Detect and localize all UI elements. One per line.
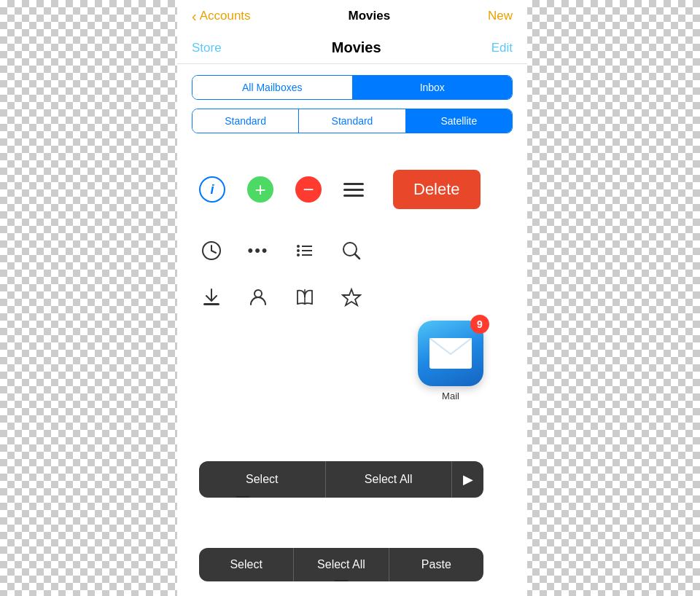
tooltip-1-arrow	[236, 496, 250, 498]
svg-point-5	[297, 249, 300, 252]
segment-standard-2[interactable]: Standard	[298, 109, 405, 133]
top-nav-bar: ‹ Accounts Movies New	[177, 0, 527, 32]
context-menu-2: Select Select All Paste	[199, 548, 483, 581]
svg-rect-11	[203, 303, 219, 305]
icon-row-3	[192, 285, 513, 310]
secondary-title: Movies	[332, 39, 381, 56]
page-title: Movies	[348, 9, 390, 23]
tooltip2-paste-button[interactable]: Paste	[389, 548, 483, 581]
segment-standard-1[interactable]: Standard	[192, 109, 298, 133]
ellipsis-icon[interactable]: •••	[246, 238, 271, 263]
download-icon[interactable]	[199, 285, 224, 310]
add-icon[interactable]: +	[247, 176, 273, 203]
back-chevron-icon: ‹	[192, 8, 197, 25]
view-segment: Standard Standard Satellite	[192, 109, 513, 133]
back-label: Accounts	[200, 9, 251, 23]
new-button[interactable]: New	[488, 9, 513, 23]
svg-point-13	[254, 290, 262, 297]
tooltip-arrow-button[interactable]: ▶	[451, 461, 483, 498]
delete-button[interactable]: Delete	[393, 170, 481, 209]
tooltip2-select-button[interactable]: Select	[199, 548, 293, 581]
mail-app-container: 9 Mail	[418, 321, 483, 401]
tooltip-2-arrow	[334, 580, 349, 581]
mailbox-segment: All Mailboxes Inbox	[192, 75, 513, 100]
segment-controls: All Mailboxes Inbox Standard Standard Sa…	[177, 64, 527, 148]
tooltip-1-items: Select Select All ▶	[199, 461, 483, 498]
back-button[interactable]: ‹ Accounts	[192, 8, 251, 25]
clock-icon[interactable]	[199, 238, 224, 263]
segment-satellite[interactable]: Satellite	[405, 109, 512, 133]
menu-icon[interactable]	[343, 183, 364, 197]
info-icon[interactable]: i	[199, 176, 225, 203]
svg-line-10	[355, 254, 359, 259]
star-icon[interactable]	[339, 285, 364, 310]
book-icon[interactable]	[292, 285, 317, 310]
segment-all-mailboxes[interactable]: All Mailboxes	[192, 76, 352, 99]
svg-point-3	[297, 245, 300, 248]
svg-marker-15	[343, 289, 360, 305]
mail-badge: 9	[470, 315, 489, 334]
mail-app-icon[interactable]: 9	[418, 321, 483, 386]
svg-line-2	[211, 251, 216, 253]
tooltip-select-all-button[interactable]: Select All	[325, 461, 452, 498]
segment-inbox[interactable]: Inbox	[352, 76, 513, 99]
svg-point-7	[297, 254, 300, 256]
mail-envelope	[429, 338, 472, 369]
tooltip2-select-all-button[interactable]: Select All	[293, 548, 388, 581]
mail-label: Mail	[442, 391, 459, 401]
context-menu-1: Select Select All ▶	[199, 461, 483, 498]
icon-row-1: i + − Delete	[192, 170, 513, 209]
secondary-nav-bar: Store Movies Edit	[177, 32, 527, 64]
remove-icon[interactable]: −	[295, 176, 322, 203]
tooltip-select-button[interactable]: Select	[199, 461, 325, 498]
edit-button[interactable]: Edit	[491, 41, 513, 55]
icon-row-2: •••	[192, 238, 513, 263]
list-icon[interactable]	[292, 238, 317, 263]
store-button[interactable]: Store	[192, 41, 222, 55]
person-icon[interactable]	[246, 285, 271, 310]
search-icon[interactable]	[339, 238, 364, 263]
